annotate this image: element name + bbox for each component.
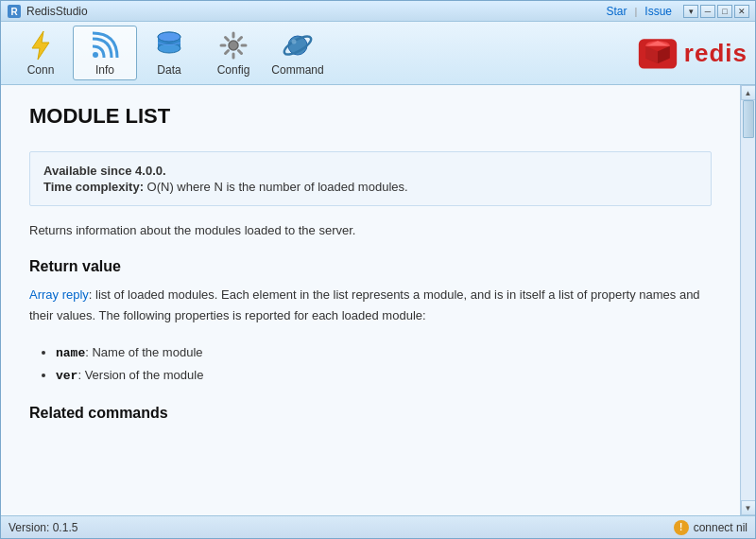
- complexity-value: O(N) where N is the number of loaded mod…: [147, 180, 408, 194]
- svg-point-7: [158, 32, 180, 42]
- doc-description: Returns information about the modules lo…: [29, 221, 712, 241]
- toolbar-conn-button[interactable]: Conn: [9, 26, 73, 80]
- gear-icon: [216, 29, 250, 61]
- content-area: MODULE LIST Available since 4.0.0. Time …: [1, 85, 755, 515]
- database-icon: [152, 29, 186, 61]
- app-title: RedisStudio: [26, 5, 88, 18]
- svg-line-13: [226, 38, 229, 41]
- toolbar-data-button[interactable]: Data: [137, 26, 201, 80]
- list-item: name: Name of the module: [56, 341, 712, 364]
- scroll-thumb[interactable]: [743, 100, 754, 138]
- redis-logo: redis: [637, 32, 747, 74]
- scroll-down-arrow[interactable]: ▼: [741, 500, 756, 515]
- toolbar: Conn Info Data: [1, 22, 755, 85]
- planet-icon: [281, 29, 315, 61]
- property-list: name: Name of the module ver: Version of…: [56, 341, 712, 388]
- name-desc: : Name of the module: [85, 345, 202, 359]
- related-commands-title: Related commands: [29, 405, 712, 422]
- name-code: name: [56, 346, 85, 360]
- doc-available: Available since 4.0.0.: [43, 164, 697, 178]
- command-label: Command: [271, 63, 323, 77]
- ver-desc: : Version of the module: [77, 368, 203, 382]
- conn-label: Conn: [27, 63, 55, 77]
- return-value-description: : list of loaded modules. Each element i…: [29, 287, 700, 322]
- status-right: ! connect nil: [674, 520, 747, 535]
- svg-line-16: [226, 51, 229, 54]
- svg-point-19: [292, 40, 297, 44]
- info-label: Info: [95, 63, 114, 77]
- doc-title: MODULE LIST: [29, 104, 712, 136]
- status-text: connect nil: [694, 521, 747, 534]
- config-label: Config: [217, 63, 250, 77]
- svg-text:R: R: [10, 7, 18, 17]
- rss-icon: [88, 29, 122, 61]
- maximize-btn[interactable]: □: [717, 5, 732, 18]
- dropdown-btn[interactable]: ▾: [683, 5, 698, 18]
- close-btn[interactable]: ✕: [734, 5, 749, 18]
- data-label: Data: [157, 63, 180, 77]
- toolbar-info-button[interactable]: Info: [73, 26, 137, 80]
- scroll-up-arrow[interactable]: ▲: [741, 85, 756, 100]
- redis-logo-area: redis: [637, 32, 747, 74]
- title-bar: R RedisStudio Star | Issue ▾ ─ □ ✕: [1, 1, 755, 22]
- svg-line-14: [239, 51, 242, 54]
- issue-link[interactable]: Issue: [644, 5, 672, 18]
- redis-brand-text: redis: [684, 39, 747, 68]
- complexity-label: Time complexity:: [43, 180, 144, 194]
- toolbar-config-button[interactable]: Config: [201, 26, 266, 80]
- scroll-track[interactable]: [742, 100, 755, 500]
- svg-point-8: [229, 41, 238, 50]
- status-warning-icon: !: [674, 520, 689, 535]
- array-reply-link[interactable]: Array reply: [29, 287, 89, 302]
- list-item: ver: Version of the module: [56, 364, 712, 387]
- star-link[interactable]: Star: [606, 5, 627, 18]
- svg-rect-3: [93, 52, 98, 58]
- document-scroll[interactable]: MODULE LIST Available since 4.0.0. Time …: [1, 85, 740, 515]
- doc-complexity: Time complexity: O(N) where N is the num…: [43, 180, 697, 194]
- svg-line-15: [239, 38, 242, 41]
- doc-info-box: Available since 4.0.0. Time complexity: …: [29, 151, 712, 206]
- window-controls: ▾ ─ □ ✕: [683, 5, 749, 18]
- version-label: Version: 0.1.5: [9, 521, 77, 534]
- svg-marker-2: [32, 31, 49, 60]
- minimize-btn[interactable]: ─: [700, 5, 715, 18]
- scrollbar-panel: ▲ ▼: [740, 85, 755, 515]
- toolbar-command-button[interactable]: Command: [266, 26, 330, 80]
- return-value-text: Array reply: list of loaded modules. Eac…: [29, 285, 712, 326]
- app-icon: R: [7, 4, 22, 19]
- lightning-icon: [24, 29, 58, 61]
- redis-logo-icon: [637, 32, 679, 74]
- status-bar: Version: 0.1.5 ! connect nil: [1, 515, 755, 538]
- return-value-title: Return value: [29, 258, 712, 275]
- ver-code: ver: [56, 369, 77, 383]
